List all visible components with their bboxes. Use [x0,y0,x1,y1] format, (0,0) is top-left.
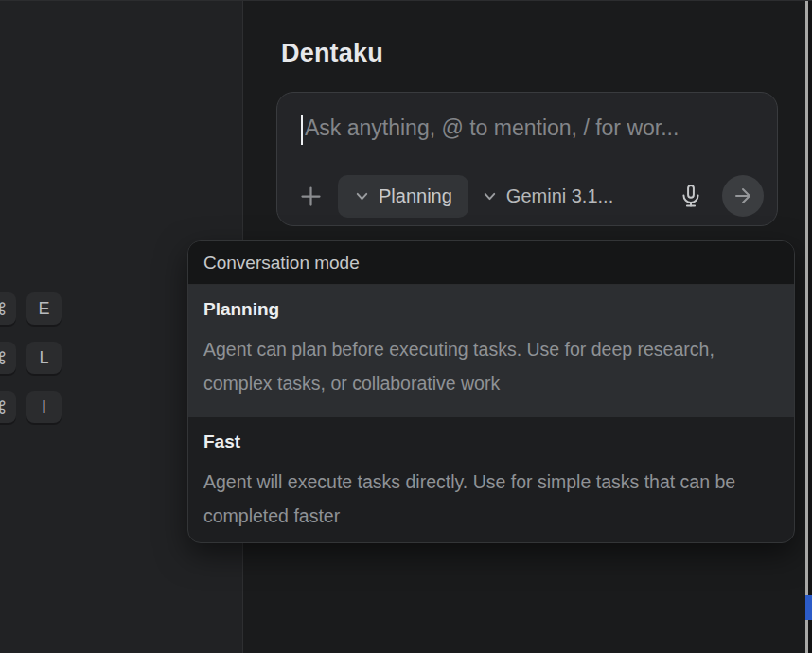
command-key-badge: ⌘ [0,391,16,423]
menu-option-fast[interactable]: Fast Agent will execute tasks directly. … [188,417,794,543]
page-title: Dentaku [281,39,383,68]
model-selector-label: Gemini 3.1... [506,185,613,207]
attach-button[interactable] [294,180,327,212]
command-key-badge: ⌘ [0,342,16,374]
key-badge-e: E [26,292,62,325]
prompt-composer-card: Ask anything, @ to mention, / for wor...… [276,92,778,226]
chevron-down-icon [354,188,370,204]
text-cursor [301,115,303,145]
microphone-icon [678,183,704,209]
composer-toolbar: Planning Gemini 3.1... [294,174,764,218]
conversation-mode-button[interactable]: Planning [338,175,468,218]
menu-header: Conversation mode [188,241,794,285]
option-description: Agent will execute tasks directly. Use f… [203,465,748,533]
app-window: ⌘ E ⌘ L ⌘ I Dentaku Ask anything, @ to m… [0,0,812,653]
option-title: Fast [203,432,779,452]
key-badge-l: L [26,342,62,374]
voice-input-button[interactable] [675,180,707,212]
chevron-down-icon [482,188,498,204]
model-selector-button[interactable]: Gemini 3.1... [480,175,615,218]
key-badge-i: I [26,391,62,423]
background-window-accent [805,595,812,620]
option-description: Agent can plan before executing tasks. U… [203,332,748,400]
send-button[interactable] [722,175,764,217]
menu-option-planning[interactable]: Planning Agent can plan before executing… [188,285,794,417]
arrow-right-icon [732,185,754,207]
plus-icon [298,184,324,209]
conversation-mode-label: Planning [379,185,452,207]
command-key-badge: ⌘ [0,292,16,325]
prompt-placeholder: Ask anything, @ to mention, / for wor... [305,115,679,141]
screen-edge [808,1,812,653]
conversation-mode-menu: Conversation mode Planning Agent can pla… [187,240,795,543]
option-title: Planning [203,299,779,320]
prompt-input[interactable]: Ask anything, @ to mention, / for wor... [277,93,777,167]
